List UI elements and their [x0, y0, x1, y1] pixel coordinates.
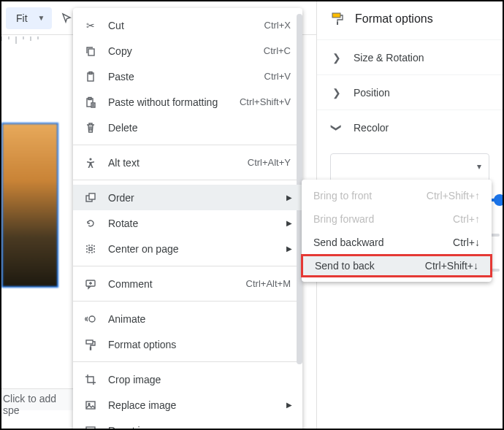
menu-alt-text[interactable]: Alt text Ctrl+Alt+Y	[73, 150, 302, 175]
separator	[73, 301, 302, 302]
svg-rect-13	[332, 13, 340, 18]
chevron-right-icon: ❯	[330, 52, 343, 64]
submenu-bring-forward[interactable]: Bring forward Ctrl+↑	[302, 207, 492, 231]
paint-roller-icon	[330, 12, 345, 26]
paste-icon	[83, 69, 98, 84]
separator	[73, 266, 302, 266]
menu-rotate-label: Rotate	[108, 218, 291, 229]
menu-delete[interactable]: Delete	[73, 115, 302, 140]
slide-canvas	[1, 53, 60, 293]
recolor-dropdown[interactable]	[330, 153, 489, 183]
svg-point-25	[89, 316, 95, 322]
menu-comment-shortcut: Ctrl+Alt+M	[246, 278, 291, 289]
accessibility-icon	[83, 156, 98, 170]
menu-replace-label: Replace image	[108, 399, 291, 411]
svg-rect-23	[89, 247, 92, 250]
submenu-send-to-back-shortcut: Ctrl+Shift+↓	[425, 260, 478, 272]
menu-copy-label: Copy	[108, 45, 253, 57]
size-rotation-row[interactable]: ❯ Size & Rotation	[317, 39, 503, 74]
submenu-bring-to-front-label: Bring to front	[313, 190, 372, 201]
menu-replace-image[interactable]: Replace image ▶	[73, 392, 302, 418]
zoom-fit-label: Fit	[16, 12, 28, 24]
animate-icon	[83, 312, 98, 326]
svg-rect-14	[337, 22, 338, 25]
selected-image[interactable]	[1, 123, 58, 288]
cut-icon: ✂	[83, 18, 98, 33]
menu-animate[interactable]: Animate	[73, 306, 302, 331]
menu-reset-image[interactable]: Reset image	[73, 418, 302, 430]
menu-paste-label: Paste	[108, 71, 254, 82]
menu-alt-text-shortcut: Ctrl+Alt+Y	[248, 157, 291, 168]
separator	[73, 361, 302, 362]
menu-paste-no-format-shortcut: Ctrl+Shift+V	[240, 96, 291, 107]
menu-paste-no-format[interactable]: Paste without formatting Ctrl+Shift+V	[73, 89, 302, 115]
submenu-send-to-back-label: Send to back	[315, 260, 375, 272]
menu-cut-shortcut: Ctrl+X	[264, 20, 291, 31]
position-label: Position	[354, 87, 390, 99]
separator	[73, 180, 302, 180]
format-options-title: Format options	[355, 12, 433, 26]
menu-rotate[interactable]: Rotate ▶	[73, 210, 302, 236]
submenu-send-backward-label: Send backward	[313, 237, 384, 248]
svg-rect-15	[88, 49, 94, 55]
recolor-label: Recolor	[354, 122, 389, 134]
menu-comment[interactable]: Comment Ctrl+Alt+M	[73, 271, 302, 296]
format-options-header: Format options	[317, 12, 503, 39]
menu-center-on-page[interactable]: Center on page ▶	[73, 236, 302, 261]
submenu-bring-forward-label: Bring forward	[313, 213, 374, 225]
crop-icon	[83, 372, 98, 387]
submenu-arrow-icon: ▶	[286, 245, 292, 253]
submenu-bring-forward-shortcut: Ctrl+↑	[453, 213, 480, 225]
menu-animate-label: Animate	[108, 313, 291, 325]
reset-image-icon	[83, 423, 98, 431]
menu-copy[interactable]: Copy Ctrl+C	[73, 38, 302, 64]
recolor-row[interactable]: ❯ Recolor	[317, 110, 503, 145]
submenu-bring-to-front-shortcut: Ctrl+Shift+↑	[427, 190, 480, 201]
zoom-fit-button[interactable]: Fit ▼	[6, 7, 52, 29]
menu-paste-no-format-label: Paste without formatting	[108, 96, 229, 108]
menu-crop-image[interactable]: Crop image	[73, 366, 302, 392]
svg-point-20	[89, 158, 91, 160]
menu-copy-shortcut: Ctrl+C	[264, 45, 291, 56]
menu-comment-label: Comment	[108, 278, 236, 290]
menu-alt-text-label: Alt text	[108, 157, 237, 169]
menu-reset-label: Reset image	[108, 425, 291, 431]
comment-icon	[83, 277, 98, 291]
svg-rect-27	[86, 402, 95, 409]
submenu-arrow-icon: ▶	[286, 193, 292, 201]
context-menu: ✂ Cut Ctrl+X Copy Ctrl+C Paste Ctrl+V Pa…	[73, 8, 302, 430]
menu-format-options-label: Format options	[108, 339, 291, 350]
menu-delete-label: Delete	[108, 122, 291, 134]
submenu-send-backward[interactable]: Send backward Ctrl+↓	[302, 231, 492, 254]
trash-icon	[83, 120, 98, 135]
replace-image-icon	[83, 398, 98, 412]
menu-paste[interactable]: Paste Ctrl+V	[73, 64, 302, 89]
submenu-arrow-icon: ▶	[286, 219, 292, 227]
menu-crop-label: Crop image	[108, 374, 291, 385]
separator	[73, 145, 302, 145]
chevron-right-icon: ❯	[330, 87, 343, 99]
submenu-send-to-back[interactable]: Send to back Ctrl+Shift+↓	[301, 254, 492, 277]
menu-order-label: Order	[108, 192, 291, 204]
menu-cut[interactable]: ✂ Cut Ctrl+X	[73, 12, 302, 38]
chevron-down-icon: ❯	[331, 121, 343, 134]
order-icon	[83, 191, 98, 205]
menu-order[interactable]: Order ▶	[73, 185, 302, 210]
position-row[interactable]: ❯ Position	[317, 74, 503, 110]
submenu-arrow-icon: ▶	[286, 401, 292, 409]
chevron-down-icon: ▼	[38, 14, 45, 22]
paste-plain-icon	[83, 95, 98, 110]
rotate-icon	[83, 216, 98, 231]
menu-format-options[interactable]: Format options	[73, 331, 302, 357]
size-rotation-label: Size & Rotation	[354, 52, 424, 64]
submenu-bring-to-front[interactable]: Bring to front Ctrl+Shift+↑	[302, 184, 492, 207]
menu-center-label: Center on page	[108, 243, 291, 255]
svg-rect-29	[86, 427, 95, 431]
svg-rect-26	[86, 340, 93, 344]
copy-icon	[83, 44, 98, 58]
speaker-notes-placeholder[interactable]: Click to add spe	[1, 388, 73, 410]
submenu-send-backward-shortcut: Ctrl+↓	[453, 237, 480, 248]
menu-cut-label: Cut	[108, 20, 254, 31]
svg-rect-22	[89, 193, 95, 199]
center-icon	[83, 242, 98, 256]
